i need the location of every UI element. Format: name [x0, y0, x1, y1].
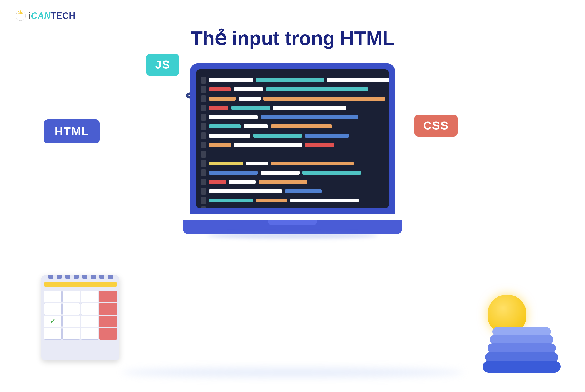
logo: iCANTECH: [15, 10, 76, 22]
svg-line-7: [23, 13, 24, 14]
calendar: ✓: [42, 275, 120, 360]
book: [487, 343, 556, 353]
ring: [91, 275, 96, 280]
ring: [82, 275, 87, 280]
cal-cell: [81, 316, 99, 327]
calendar-rings: [42, 275, 120, 280]
book: [492, 327, 551, 336]
svg-line-6: [18, 13, 19, 14]
cal-cell: [62, 303, 80, 315]
cal-cell: [44, 328, 62, 340]
tag-css: CSS: [414, 114, 457, 137]
laptop-base: [183, 220, 402, 234]
ring: [57, 275, 62, 280]
book: [490, 335, 553, 344]
ring: [100, 275, 104, 280]
book: [483, 361, 561, 372]
ring: [48, 275, 53, 280]
laptop-screen: [196, 70, 389, 208]
svg-line-4: [18, 12, 19, 12]
logo-i-text: i: [28, 11, 31, 21]
ring: [108, 275, 113, 280]
logo-tech-text: TECH: [51, 11, 76, 21]
cal-cell-red: [99, 303, 117, 315]
cal-cell: [62, 291, 80, 302]
laptop: [183, 63, 402, 234]
cal-cell-check: ✓: [44, 316, 62, 327]
books-stack: [483, 324, 565, 372]
cal-cell: [44, 303, 62, 315]
laptop-shadow: [207, 233, 378, 239]
cal-cell-red: [99, 328, 117, 340]
cal-cell: [44, 291, 62, 302]
code-editor: [196, 70, 389, 208]
cal-cell: [81, 291, 99, 302]
cal-cell-red: [99, 291, 117, 302]
tag-js: JS: [146, 54, 179, 76]
cal-cell: [62, 316, 80, 327]
tag-html: HTML: [44, 120, 100, 144]
cal-cell: [81, 328, 99, 340]
ring: [65, 275, 70, 280]
ring: [74, 275, 79, 280]
logo-icon: [15, 10, 27, 22]
laptop-body: [190, 63, 395, 214]
logo-can-text: CAN: [31, 11, 51, 21]
cal-cell: [62, 328, 80, 340]
cal-cell: [81, 303, 99, 315]
svg-line-5: [22, 12, 23, 12]
ground-shadow: [122, 368, 463, 378]
calendar-yellow-strip: [44, 282, 117, 287]
calendar-grid: ✓: [42, 291, 120, 342]
cal-cell-red: [99, 316, 117, 327]
page-title: Thẻ input trong HTML: [191, 27, 394, 50]
